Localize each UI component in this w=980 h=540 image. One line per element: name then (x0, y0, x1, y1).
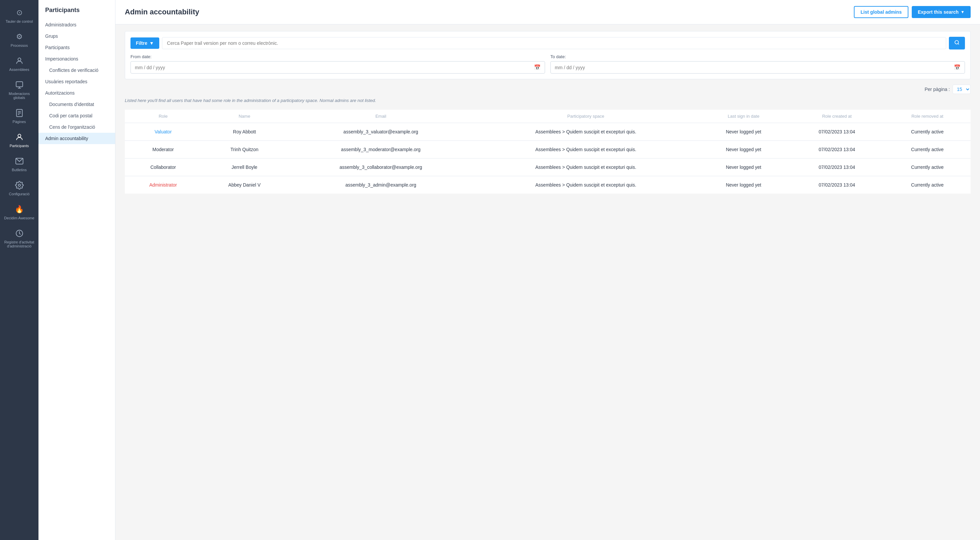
nav-item-autoritzacions[interactable]: Autoritzacions (38, 87, 115, 98)
left-nav: Participants Administradors Grups Partic… (38, 0, 115, 540)
nav-item-grups[interactable]: Grups (38, 30, 115, 42)
sidebar-item-butlletins[interactable]: Butlletins (0, 152, 38, 176)
pagines-icon (14, 108, 25, 118)
role-link[interactable]: Valuator (154, 129, 172, 134)
search-input[interactable] (162, 37, 946, 49)
cell-space: Assemblees > Quidem suscipit et exceptur… (474, 123, 697, 141)
page-title: Admin accountability (125, 8, 199, 16)
cell-space: Assemblees > Quidem suscipit et exceptur… (474, 159, 697, 176)
cell-role-removed: Currently active (884, 176, 970, 194)
sidebar-item-label: Registre d'activitat d'administració (3, 240, 36, 248)
cell-last-sign-in: Never logged yet (697, 123, 790, 141)
info-text: Listed here you'll find all users that h… (125, 98, 970, 103)
sidebar-item-decidim[interactable]: 🔥 Decidim Awesome (0, 200, 38, 224)
sidebar-item-label: Configuració (9, 192, 30, 196)
cell-role-removed: Currently active (884, 159, 970, 176)
cell-last-sign-in: Never logged yet (697, 176, 790, 194)
content-area: Filtre ▼ From date: 📅 (115, 24, 980, 200)
role-link-red[interactable]: Administrator (149, 182, 177, 187)
sidebar-item-participants[interactable]: Participants (0, 128, 38, 152)
left-nav-title: Participants (38, 7, 115, 19)
nav-item-participants[interactable]: Participants (38, 42, 115, 53)
cell-role-created: 07/02/2023 13:04 (790, 176, 884, 194)
sidebar-item-label: Butlletins (12, 168, 27, 172)
cell-role: Valuator (125, 123, 201, 141)
per-page-label: Per pàgina : (925, 87, 950, 92)
per-page-row: Per pàgina : 15 30 50 (125, 84, 970, 94)
cell-name: Abbey Daniel V (201, 176, 287, 194)
to-date-input[interactable] (555, 65, 954, 70)
cell-role-created: 07/02/2023 13:04 (790, 123, 884, 141)
sidebar-item-label: Tauler de control (6, 19, 33, 24)
nav-item-documents[interactable]: Documents d'identitat (38, 98, 115, 110)
nav-item-impersonacions[interactable]: Impersonacions (38, 53, 115, 65)
header-actions: List global admins Export this search ▼ (854, 6, 970, 18)
sidebar-item-processos[interactable]: ⚙ Processos (0, 27, 38, 51)
col-header-name: Name (201, 110, 287, 123)
to-date-input-wrap: 📅 (550, 61, 965, 73)
cell-role-created: 07/02/2023 13:04 (790, 141, 884, 159)
cell-role-removed: Currently active (884, 141, 970, 159)
sidebar-item-moderacions[interactable]: Moderacions globals (0, 76, 38, 104)
col-header-role-removed: Role removed at (884, 110, 970, 123)
nav-item-usuaries[interactable]: Usuàries reportades (38, 76, 115, 87)
sidebar-item-label: Assemblees (10, 68, 29, 71)
butlletins-icon (14, 156, 25, 167)
from-date-group: From date: 📅 (130, 54, 545, 73)
nav-item-codi[interactable]: Codi per carta postal (38, 110, 115, 121)
svg-point-0 (18, 58, 21, 61)
cell-role-created: 07/02/2023 13:04 (790, 159, 884, 176)
registre-icon (14, 228, 25, 239)
cell-role: Collaborator (125, 159, 201, 176)
cell-email: assembly_3_collaborator@example.org (287, 159, 474, 176)
filter-button[interactable]: Filtre ▼ (130, 37, 159, 49)
nav-item-conflictes[interactable]: Conflictes de verificació (38, 65, 115, 76)
cell-name: Trinh Quitzon (201, 141, 287, 159)
search-button[interactable] (949, 37, 965, 49)
cell-space: Assemblees > Quidem suscipit et exceptur… (474, 141, 697, 159)
date-row: From date: 📅 To date: 📅 (130, 54, 965, 73)
participants-icon (14, 132, 25, 143)
to-date-group: To date: 📅 (550, 54, 965, 73)
col-header-email: Email (287, 110, 474, 123)
cell-role: Administrator (125, 176, 201, 194)
table-row: Valuator Roy Abbott assembly_3_valuator@… (125, 123, 970, 141)
cell-space: Assemblees > Quidem suscipit et exceptur… (474, 176, 697, 194)
data-table: Role Name Email Participatory space Last… (125, 110, 970, 194)
sidebar-item-assemblees[interactable]: Assemblees (0, 51, 38, 76)
cell-name: Roy Abbott (201, 123, 287, 141)
from-date-input[interactable] (135, 65, 534, 70)
configuracio-icon (14, 180, 25, 191)
assemblees-icon (14, 56, 25, 66)
cell-last-sign-in: Never logged yet (697, 159, 790, 176)
svg-point-12 (955, 40, 959, 44)
page-header: Admin accountability List global admins … (115, 0, 980, 24)
decidim-icon: 🔥 (14, 204, 25, 214)
svg-line-13 (958, 43, 959, 44)
from-date-label: From date: (130, 54, 545, 59)
to-date-calendar-icon[interactable]: 📅 (954, 64, 961, 71)
tauler-icon: ⊙ (14, 7, 25, 18)
sidebar-item-tauler[interactable]: ⊙ Tauler de control (0, 3, 38, 27)
per-page-select[interactable]: 15 30 50 (953, 84, 970, 94)
sidebar-item-configuracio[interactable]: Configuració (0, 176, 38, 200)
col-header-role-created: Role created at (790, 110, 884, 123)
list-global-admins-button[interactable]: List global admins (854, 6, 908, 18)
from-date-calendar-icon[interactable]: 📅 (534, 64, 541, 71)
export-search-button[interactable]: Export this search ▼ (912, 6, 970, 18)
col-header-space: Participatory space (474, 110, 697, 123)
cell-email: assembly_3_valuator@example.org (287, 123, 474, 141)
table-row: Collaborator Jerrell Boyle assembly_3_co… (125, 159, 970, 176)
nav-item-admin-accountability[interactable]: Admin accountability (38, 133, 115, 144)
svg-rect-1 (16, 82, 23, 87)
nav-item-cens[interactable]: Cens de l'organització (38, 121, 115, 133)
sidebar-item-registre[interactable]: Registre d'activitat d'administració (0, 224, 38, 252)
filter-chevron-icon: ▼ (149, 40, 154, 46)
col-header-role: Role (125, 110, 201, 123)
col-header-last-sign: Last sign in date (697, 110, 790, 123)
sidebar-item-label: Participants (10, 144, 29, 148)
export-chevron-icon: ▼ (961, 10, 965, 14)
nav-item-administradors[interactable]: Administradors (38, 19, 115, 30)
sidebar-item-pagines[interactable]: Pàgines (0, 104, 38, 128)
cell-email: assembly_3_moderator@example.org (287, 141, 474, 159)
